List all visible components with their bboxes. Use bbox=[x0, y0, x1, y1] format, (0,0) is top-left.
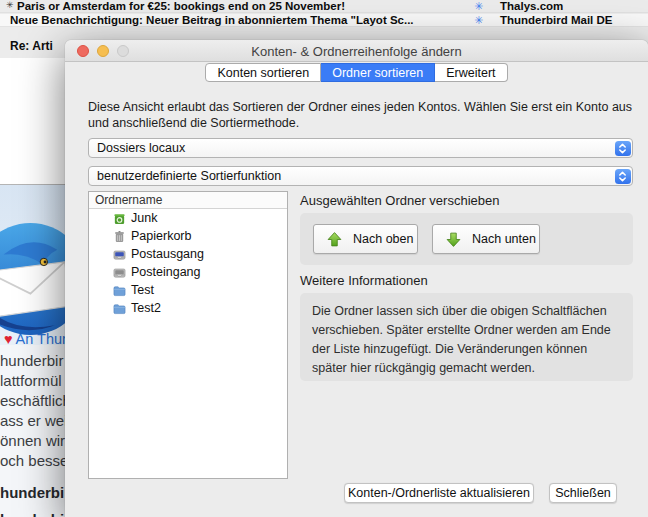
info-text: Die Ordner lassen sich über die obigen S… bbox=[312, 302, 624, 378]
starred-icon: ✳ bbox=[6, 0, 14, 10]
folder-icon bbox=[113, 302, 126, 315]
sort-method-select-value: benutzerdefinierte Sortierfunktion bbox=[97, 169, 281, 183]
sort-method-select[interactable]: benutzerdefinierte Sortierfunktion bbox=[88, 166, 633, 186]
new-message-icon: ✳ bbox=[474, 0, 483, 13]
folder-list-header[interactable]: Ordnername bbox=[89, 192, 287, 209]
folder-icon bbox=[113, 284, 126, 297]
folder-label: Postausgang bbox=[131, 247, 204, 261]
page-text-line: hunderbi bbox=[0, 484, 70, 501]
move-up-button[interactable]: Nach oben bbox=[313, 224, 418, 254]
dialog-titlebar: Konten- & Ordnerreihenfolge ändern bbox=[65, 40, 648, 62]
folder-row-papierkorb[interactable]: Papierkorb bbox=[89, 227, 287, 245]
tab-bar: Konten sortieren Ordner sortieren Erweit… bbox=[65, 63, 648, 82]
folder-label: Test2 bbox=[131, 301, 161, 315]
message-row[interactable]: Neue Benachrichtigung: Neuer Beitrag in … bbox=[0, 14, 648, 27]
info-panel: Die Ordner lassen sich über die obigen S… bbox=[300, 293, 633, 381]
message-subject: Neue Benachrichtigung: Neuer Beitrag in … bbox=[10, 14, 414, 26]
dialog-title: Konten- & Ordnerreihenfolge ändern bbox=[65, 44, 648, 59]
outbox-icon bbox=[113, 248, 126, 261]
arrow-up-icon bbox=[326, 231, 343, 248]
account-select[interactable]: Dossiers locaux bbox=[88, 138, 633, 158]
new-message-icon: ✳ bbox=[474, 14, 483, 27]
move-buttons-panel: Nach oben Nach unten bbox=[300, 213, 633, 265]
chevron-up-down-icon bbox=[615, 169, 631, 184]
page-text-line: lattformül bbox=[0, 372, 70, 389]
folder-label: Posteingang bbox=[131, 265, 201, 279]
tab-ordner-sortieren[interactable]: Ordner sortieren bbox=[321, 63, 435, 82]
folder-label: Papierkorb bbox=[131, 229, 191, 243]
move-down-label: Nach unten bbox=[472, 232, 536, 246]
heart-icon: ♥ bbox=[4, 331, 13, 347]
move-down-button[interactable]: Nach unten bbox=[432, 224, 540, 254]
message-row[interactable]: ✳ Paris or Amsterdam for €25: bookings e… bbox=[0, 0, 648, 13]
page-text-line: hunderbir bbox=[0, 352, 70, 369]
move-section-heading: Ausgewählten Ordner verschieben bbox=[300, 193, 499, 208]
message-subject: Paris or Amsterdam for €25: bookings end… bbox=[17, 0, 345, 12]
message-sender: Thalys.com bbox=[500, 0, 563, 12]
tab-erweitert[interactable]: Erweitert bbox=[435, 63, 507, 82]
folder-row-posteingang[interactable]: Posteingang bbox=[89, 263, 287, 281]
page-text-line: ass er wei bbox=[0, 412, 70, 429]
folder-order-dialog: Konten- & Ordnerreihenfolge ändern Konte… bbox=[65, 40, 648, 517]
page-text-line: eschäftlich bbox=[0, 392, 70, 409]
page-text-line: önnen wir bbox=[0, 432, 70, 449]
trash-icon bbox=[113, 230, 126, 243]
folder-row-junk[interactable]: Junk bbox=[89, 209, 287, 227]
arrow-down-icon bbox=[445, 231, 462, 248]
folder-row-test2[interactable]: Test2 bbox=[89, 299, 287, 317]
folder-row-postausgang[interactable]: Postausgang bbox=[89, 245, 287, 263]
message-sender: Thunderbird Mail DE bbox=[500, 14, 612, 26]
chevron-up-down-icon bbox=[615, 141, 631, 156]
move-up-label: Nach oben bbox=[353, 232, 413, 246]
folder-label: Junk bbox=[131, 211, 157, 225]
screen: ✳ Paris or Amsterdam for €25: bookings e… bbox=[0, 0, 648, 517]
folder-row-test[interactable]: Test bbox=[89, 281, 287, 299]
folder-list: Ordnername Junk Papierkorb bbox=[88, 191, 288, 479]
account-select-value: Dossiers locaux bbox=[97, 141, 185, 155]
message-subject: Re: Arti bbox=[10, 39, 53, 53]
inbox-icon bbox=[113, 266, 126, 279]
close-button[interactable]: Schließen bbox=[549, 483, 617, 503]
description-text: Diese Ansicht erlaubt das Sortieren der … bbox=[88, 99, 641, 131]
info-section-heading: Weitere Informationen bbox=[300, 273, 428, 288]
refresh-list-button[interactable]: Konten-/Ordnerliste aktualisieren bbox=[344, 483, 534, 503]
page-text-line: och besse bbox=[0, 452, 70, 469]
junk-icon bbox=[113, 212, 126, 225]
tab-konten-sortieren[interactable]: Konten sortieren bbox=[205, 63, 321, 82]
page-text-line: hunderbird bbox=[0, 511, 70, 517]
folder-label: Test bbox=[131, 283, 154, 297]
